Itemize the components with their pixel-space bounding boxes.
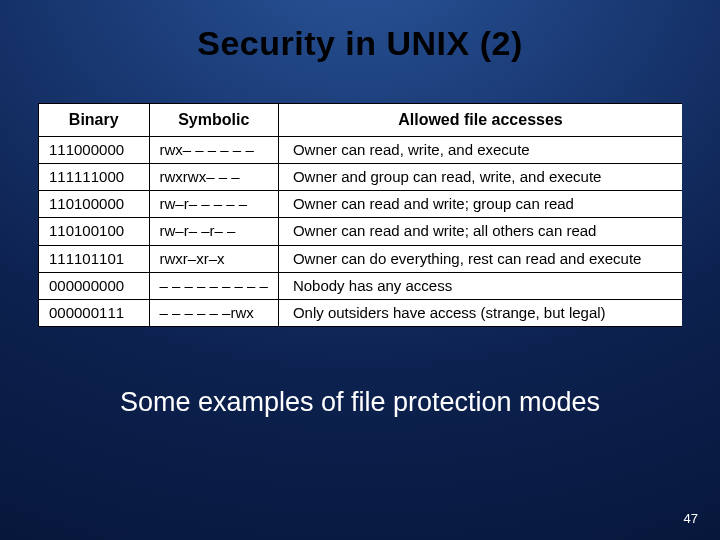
cell-access: Only outsiders have access (strange, but…	[278, 300, 682, 327]
col-header-access: Allowed file accesses	[278, 104, 682, 136]
cell-symbolic: rw–r– – – – –	[149, 191, 278, 218]
cell-binary: 000000000	[39, 272, 149, 299]
cell-binary: 110100100	[39, 218, 149, 245]
table-row: 110100000 rw–r– – – – – Owner can read a…	[39, 191, 682, 218]
cell-symbolic: rw–r– –r– –	[149, 218, 278, 245]
cell-binary: 111101101	[39, 245, 149, 272]
cell-symbolic: rwx– – – – – –	[149, 136, 278, 163]
col-header-symbolic: Symbolic	[149, 104, 278, 136]
permissions-table: Binary Symbolic Allowed file accesses 11…	[39, 104, 682, 327]
cell-access: Nobody has any access	[278, 272, 682, 299]
cell-access: Owner and group can read, write, and exe…	[278, 163, 682, 190]
page-number: 47	[684, 511, 698, 526]
table-row: 111101101 rwxr–xr–x Owner can do everyth…	[39, 245, 682, 272]
cell-binary: 111000000	[39, 136, 149, 163]
cell-binary: 111111000	[39, 163, 149, 190]
cell-access: Owner can read and write; all others can…	[278, 218, 682, 245]
cell-symbolic: – – – – – –rwx	[149, 300, 278, 327]
slide-caption: Some examples of file protection modes	[0, 387, 720, 418]
cell-binary: 110100000	[39, 191, 149, 218]
col-header-binary: Binary	[39, 104, 149, 136]
table-row: 111111000 rwxrwx– – – Owner and group ca…	[39, 163, 682, 190]
cell-access: Owner can read and write; group can read	[278, 191, 682, 218]
cell-access: Owner can read, write, and execute	[278, 136, 682, 163]
permissions-table-container: Binary Symbolic Allowed file accesses 11…	[38, 103, 682, 327]
cell-access: Owner can do everything, rest can read a…	[278, 245, 682, 272]
table-row: 000000000 – – – – – – – – – Nobody has a…	[39, 272, 682, 299]
cell-symbolic: rwxr–xr–x	[149, 245, 278, 272]
cell-symbolic: rwxrwx– – –	[149, 163, 278, 190]
slide: Security in UNIX (2) Binary Symbolic All…	[0, 0, 720, 540]
table-row: 000000111 – – – – – –rwx Only outsiders …	[39, 300, 682, 327]
cell-symbolic: – – – – – – – – –	[149, 272, 278, 299]
table-row: 110100100 rw–r– –r– – Owner can read and…	[39, 218, 682, 245]
slide-title: Security in UNIX (2)	[0, 24, 720, 63]
table-row: 111000000 rwx– – – – – – Owner can read,…	[39, 136, 682, 163]
table-header-row: Binary Symbolic Allowed file accesses	[39, 104, 682, 136]
cell-binary: 000000111	[39, 300, 149, 327]
